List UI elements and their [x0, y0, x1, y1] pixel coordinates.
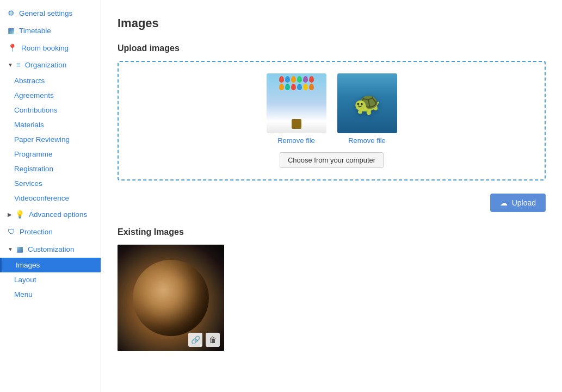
- upload-drop-zone[interactable]: Remove file 🐢 Remove file Choose from yo…: [118, 61, 546, 181]
- sidebar-label-registration: Registration: [14, 165, 53, 173]
- choose-file-button[interactable]: Choose from your computer: [280, 152, 384, 168]
- balloons-cluster: [277, 76, 316, 90]
- upload-images-row: Remove file 🐢 Remove file: [267, 73, 397, 145]
- sidebar-label-videoconference: Videoconference: [14, 194, 69, 202]
- upload-button-label: Upload: [512, 198, 536, 207]
- image-link-button[interactable]: 🔗: [188, 333, 202, 347]
- page-title: Images: [118, 16, 546, 30]
- sidebar-label-advanced-options: Advanced options: [29, 210, 87, 219]
- upload-image-1: Remove file: [267, 73, 326, 145]
- sidebar-item-menu[interactable]: Menu: [0, 287, 101, 302]
- sidebar-label-general-settings: General settings: [19, 9, 72, 17]
- sidebar-label-abstracts: Abstracts: [14, 77, 45, 85]
- balloon-preview: [267, 73, 326, 133]
- sidebar-item-abstracts[interactable]: Abstracts: [0, 73, 101, 88]
- remove-file-1-link[interactable]: Remove file: [277, 136, 315, 145]
- image-actions: 🔗 🗑: [188, 333, 220, 347]
- upload-cloud-icon: ☁: [500, 198, 508, 207]
- customization-icon: ▦: [16, 245, 23, 253]
- sidebar-item-paper-reviewing[interactable]: Paper Reviewing: [0, 132, 101, 147]
- location-icon: 📍: [8, 43, 17, 52]
- sidebar-item-contributions[interactable]: Contributions: [0, 103, 101, 117]
- remove-file-2-link[interactable]: Remove file: [348, 136, 386, 145]
- gear-icon: ⚙: [8, 9, 15, 17]
- upload-image-2: 🐢 Remove file: [337, 73, 397, 145]
- sidebar-item-materials[interactable]: Materials: [0, 117, 101, 132]
- sidebar-label-paper-reviewing: Paper Reviewing: [14, 135, 70, 144]
- chevron-down-icon: ▼: [8, 62, 13, 68]
- existing-image-pluto: 🔗 🗑: [118, 245, 224, 351]
- sidebar-label-timetable: Timetable: [19, 27, 51, 35]
- sidebar-label-services: Services: [14, 179, 42, 188]
- existing-section-title: Existing Images: [118, 227, 546, 237]
- sidebar-label-agreements: Agreements: [14, 91, 54, 99]
- sidebar-label-contributions: Contributions: [14, 106, 58, 114]
- turtle-icon: 🐢: [354, 91, 381, 116]
- turtle-preview: 🐢: [337, 73, 397, 133]
- sidebar-section-advanced-options[interactable]: ▶ 💡 Advanced options: [0, 206, 101, 223]
- list-icon: ≡: [16, 61, 21, 69]
- sidebar-label-protection: Protection: [20, 228, 53, 236]
- upload-button[interactable]: ☁ Upload: [490, 194, 546, 212]
- sidebar-section-customization[interactable]: ▼ ▦ Customization: [0, 240, 101, 258]
- sidebar-item-agreements[interactable]: Agreements: [0, 88, 101, 103]
- sidebar-label-programme: Programme: [14, 150, 53, 158]
- sidebar-item-layout[interactable]: Layout: [0, 272, 101, 287]
- shield-icon: 🛡: [8, 227, 15, 236]
- sidebar-item-protection[interactable]: 🛡 Protection: [0, 223, 101, 240]
- planet-shape: [133, 260, 209, 336]
- upload-button-row: ☁ Upload: [118, 194, 546, 212]
- house-shape: [292, 119, 301, 129]
- sidebar-label-materials: Materials: [14, 121, 44, 129]
- sidebar-item-registration[interactable]: Registration: [0, 161, 101, 176]
- sidebar-label-layout: Layout: [14, 276, 36, 284]
- sidebar-label-room-booking: Room booking: [21, 44, 69, 52]
- sidebar-label-menu: Menu: [14, 290, 33, 298]
- sidebar-item-programme[interactable]: Programme: [0, 147, 101, 161]
- sidebar-item-timetable[interactable]: ▦ Timetable: [0, 22, 101, 39]
- sidebar-item-general-settings[interactable]: ⚙ General settings: [0, 4, 101, 22]
- bulb-icon: 💡: [15, 210, 24, 219]
- timetable-icon: ▦: [8, 26, 15, 35]
- sidebar: ⚙ General settings ▦ Timetable 📍 Room bo…: [0, 0, 101, 392]
- sidebar-item-videoconference[interactable]: Videoconference: [0, 191, 101, 206]
- sidebar-label-customization: Customization: [28, 245, 75, 253]
- sidebar-label-images: Images: [16, 261, 40, 269]
- chevron-right-icon: ▶: [8, 211, 12, 217]
- image-delete-button[interactable]: 🗑: [206, 333, 220, 347]
- sidebar-item-services[interactable]: Services: [0, 176, 101, 191]
- sidebar-item-images[interactable]: Images: [0, 258, 101, 272]
- sidebar-item-room-booking[interactable]: 📍 Room booking: [0, 39, 101, 57]
- upload-section-title: Upload images: [118, 43, 546, 53]
- sidebar-section-organization[interactable]: ▼ ≡ Organization: [0, 57, 101, 73]
- chevron-down-icon-customization: ▼: [8, 246, 13, 252]
- main-content: Images Upload images: [101, 0, 562, 392]
- sidebar-label-organization: Organization: [25, 61, 67, 69]
